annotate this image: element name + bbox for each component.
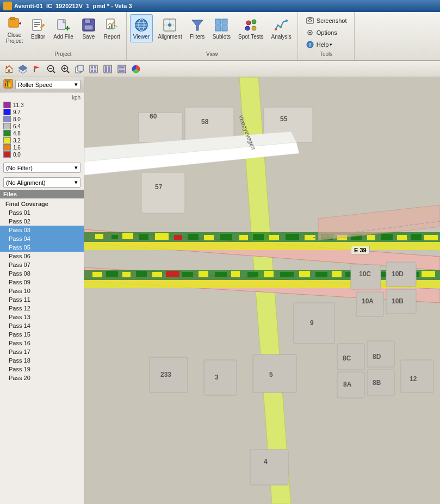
legend-value: 9.7 xyxy=(13,109,21,115)
filters-button[interactable]: Filters xyxy=(187,14,208,42)
close-project-button[interactable]: CloseProject xyxy=(3,14,26,46)
svg-rect-1 xyxy=(10,17,15,20)
svg-rect-70 xyxy=(119,70,125,72)
pass-item[interactable]: Pass 03 xyxy=(0,226,84,234)
legend-swatch xyxy=(3,130,11,136)
pass-item[interactable]: Pass 09 xyxy=(0,278,84,287)
alignment-arrow: ▾ xyxy=(75,179,78,186)
map-label-8b: 8B xyxy=(373,379,381,387)
svg-rect-64 xyxy=(94,70,96,72)
legend-body: kph 11.3 9.7 8.0 6.4 4.8 3.2 1.6 0.0 xyxy=(0,92,84,160)
map-label-9: 9 xyxy=(310,319,314,327)
add-file-icon xyxy=(55,17,71,33)
svg-rect-17 xyxy=(108,28,109,29)
map-label-8c: 8C xyxy=(343,354,351,362)
color-options-button[interactable] xyxy=(129,63,142,76)
pass-item[interactable]: Pass 05 xyxy=(0,243,84,252)
spot-tests-button[interactable]: Spot Tests xyxy=(236,14,267,42)
pass-item[interactable]: Pass 06 xyxy=(0,252,84,260)
svg-rect-94 xyxy=(188,234,199,240)
svg-rect-128 xyxy=(345,272,356,277)
editor-label: Editor xyxy=(31,34,45,40)
pass-item[interactable]: Pass 12 xyxy=(0,304,84,313)
alignment-label: Alignment xyxy=(158,34,182,40)
svg-rect-62 xyxy=(94,66,96,69)
map-label-8a: 8A xyxy=(343,381,351,388)
svg-rect-126 xyxy=(315,272,327,277)
options-button[interactable]: Options xyxy=(302,27,350,38)
viewer-button[interactable]: Viewer xyxy=(130,14,153,42)
svg-rect-107 xyxy=(397,235,407,240)
report-button[interactable]: Report xyxy=(101,14,123,42)
pass-item[interactable]: Pass 01 xyxy=(0,208,84,217)
save-button[interactable]: Save xyxy=(78,14,99,42)
analysis-icon xyxy=(274,17,289,33)
svg-rect-124 xyxy=(280,272,294,277)
legend-row: 3.2 xyxy=(3,137,80,144)
alignment-button[interactable]: Alignment xyxy=(155,14,184,42)
pass-item[interactable]: Pass 13 xyxy=(0,313,84,321)
svg-rect-115 xyxy=(136,271,147,277)
svg-rect-16 xyxy=(111,24,113,29)
copy-button[interactable] xyxy=(73,63,86,76)
files-list: Final CoveragePass 01Pass 02Pass 03Pass … xyxy=(0,198,84,383)
legend-value: 1.6 xyxy=(13,145,21,151)
flag-button[interactable] xyxy=(30,63,44,76)
pass-item[interactable]: Pass 07 xyxy=(0,260,84,269)
svg-rect-149 xyxy=(250,450,288,485)
filter-arrow: ▾ xyxy=(75,164,78,171)
svg-line-55 xyxy=(67,71,69,73)
svg-rect-69 xyxy=(119,66,125,69)
alignment-dropdown[interactable]: (No Alignment) ▾ xyxy=(3,177,80,188)
pass-item[interactable]: Pass 02 xyxy=(0,217,84,226)
legend-row: 0.0 xyxy=(3,151,80,158)
svg-rect-105 xyxy=(367,235,375,240)
pass-item[interactable]: Pass 15 xyxy=(0,330,84,339)
analysis-label: Analysis xyxy=(271,34,292,40)
pass-item[interactable]: Pass 14 xyxy=(0,321,84,330)
view1-button[interactable] xyxy=(87,63,100,76)
svg-rect-122 xyxy=(247,272,258,277)
svg-rect-132 xyxy=(408,272,419,277)
map-area[interactable]: 60 58 55 57 9 10C 10D 10A 10B 233 3 5 8C… xyxy=(84,77,440,504)
pass-item[interactable]: Pass 10 xyxy=(0,287,84,295)
main-area: Roller Speed ▾ kph 11.3 9.7 8.0 6.4 4.8 … xyxy=(0,77,440,504)
pass-item[interactable]: Pass 16 xyxy=(0,339,84,347)
app-icon xyxy=(3,2,12,10)
help-button[interactable]: ? Help ▾ xyxy=(302,39,350,50)
screenshot-button[interactable]: Screenshot xyxy=(302,15,350,26)
zoom-out-button[interactable] xyxy=(45,63,58,76)
svg-rect-125 xyxy=(299,271,310,277)
pass-item[interactable]: Pass 18 xyxy=(0,356,84,365)
pass-item[interactable]: Pass 08 xyxy=(0,269,84,278)
view2-button[interactable] xyxy=(101,63,114,76)
add-file-button[interactable]: Add File xyxy=(51,14,76,42)
pass-item[interactable]: Pass 17 xyxy=(0,347,84,356)
analysis-button[interactable]: Analysis xyxy=(269,14,294,42)
svg-marker-83 xyxy=(84,142,299,175)
filters-label: Filters xyxy=(190,34,204,40)
legend-swatch xyxy=(3,116,11,122)
map-label-58: 58 xyxy=(201,118,208,126)
zoom-in-button[interactable] xyxy=(59,63,72,76)
sublots-button[interactable]: Sublots xyxy=(210,14,233,42)
left-panel: Roller Speed ▾ kph 11.3 9.7 8.0 6.4 4.8 … xyxy=(0,77,84,504)
svg-rect-87 xyxy=(84,242,440,250)
svg-rect-136 xyxy=(294,303,334,344)
legend-dropdown-label: Roller Speed xyxy=(18,82,53,88)
street-label: Ytreøyevegen xyxy=(237,114,257,151)
pass-item[interactable]: Pass 11 xyxy=(0,295,84,304)
legend-dropdown[interactable]: Roller Speed ▾ xyxy=(15,80,80,89)
svg-marker-82 xyxy=(84,132,296,161)
editor-button[interactable]: Editor xyxy=(28,14,48,42)
pass-item[interactable]: Pass 20 xyxy=(0,374,84,382)
pass-item[interactable]: Pass 04 xyxy=(0,234,84,243)
view3-button[interactable] xyxy=(115,63,128,76)
svg-rect-13 xyxy=(84,25,93,30)
window-title: Avsnitt-01_IC_1920212V_1_pmd * - Veta 3 xyxy=(14,3,132,9)
legend-row: 9.7 xyxy=(3,109,80,115)
layers-button[interactable] xyxy=(16,63,29,76)
pass-item[interactable]: Pass 19 xyxy=(0,365,84,374)
filter-dropdown[interactable]: (No Filter) ▾ xyxy=(3,163,80,173)
home-button[interactable]: 🏠 xyxy=(2,63,15,76)
